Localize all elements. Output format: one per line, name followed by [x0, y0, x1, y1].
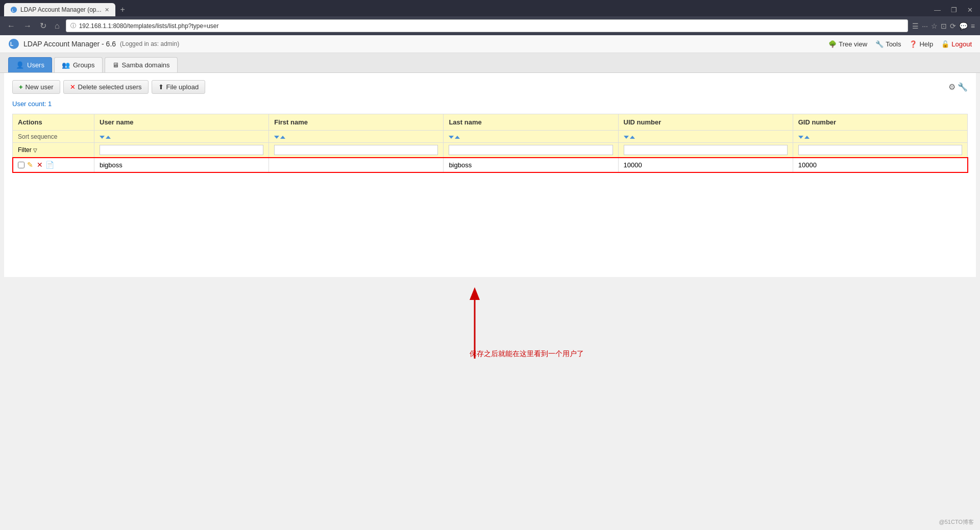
tab-samba[interactable]: 🖥 Samba domains	[105, 57, 178, 72]
row-gid: 10000	[793, 158, 967, 172]
edit-icon[interactable]: ✎	[26, 161, 34, 169]
delete-users-button[interactable]: ✕ Delete selected users	[63, 80, 149, 94]
app-nav: 🌳 Tree view 🔧 Tools ❓ Help 🔓 Logout	[828, 40, 972, 48]
sort-up-lastname[interactable]	[455, 136, 460, 139]
sort-up-username[interactable]	[106, 136, 111, 139]
chat-icon[interactable]: 💬	[959, 22, 968, 30]
filter-lastname-cell	[444, 143, 618, 158]
sort-row: Sort sequence	[13, 131, 968, 143]
maximize-button[interactable]: ❐	[948, 5, 960, 15]
sort-firstname[interactable]	[269, 131, 444, 143]
col-firstname: First name	[269, 114, 444, 131]
pdf-icon[interactable]: 📄	[45, 161, 54, 169]
reader-mode-icon[interactable]: ☰	[912, 22, 919, 30]
col-lastname: Last name	[444, 114, 618, 131]
table-row[interactable]: ✎ ✕ 📄 bigboss bigboss 10000 10000	[13, 158, 968, 172]
tab-close-button[interactable]: ✕	[105, 7, 109, 13]
row-uid: 10000	[618, 158, 793, 172]
sort-up-uid[interactable]	[630, 136, 635, 139]
sort-up-gid[interactable]	[804, 136, 810, 139]
col-gid: GID number	[793, 114, 967, 131]
filter-firstname-input[interactable]	[274, 145, 438, 155]
new-user-icon: +	[19, 83, 23, 91]
browser-tab[interactable]: L LDAP Account Manager (op... ✕	[4, 3, 115, 16]
settings-icon[interactable]: ⚙	[948, 82, 955, 92]
address-bar[interactable]: ⓘ 192.168.1.1:8080/templates/lists/list.…	[66, 19, 908, 32]
sidebar-icon[interactable]: ⊡	[941, 22, 947, 30]
logged-in-label: (Logged in as: admin)	[120, 40, 179, 47]
minimize-button[interactable]: —	[931, 5, 944, 15]
tools-icon: 🔧	[875, 40, 884, 48]
more-options-icon[interactable]: ···	[922, 22, 928, 30]
samba-tab-icon: 🖥	[112, 61, 119, 69]
sort-down-gid[interactable]	[798, 136, 803, 139]
tools-link[interactable]: 🔧 Tools	[875, 40, 901, 48]
filter-firstname-cell	[269, 143, 444, 158]
new-user-button[interactable]: + New user	[12, 80, 60, 94]
tab-users[interactable]: 👤 Users	[8, 57, 52, 72]
sort-username[interactable]	[94, 131, 269, 143]
browser-actions: ☰ ··· ☆ ⊡ ⟳ 💬 ≡	[912, 22, 975, 30]
tab-navigation: 👤 Users 👥 Groups 🖥 Samba domains	[0, 53, 980, 73]
sort-lastname[interactable]	[444, 131, 618, 143]
app-logo-icon: L	[8, 38, 19, 49]
row-actions: ✎ ✕ 📄	[18, 161, 89, 169]
url-text: 192.168.1.1:8080/templates/lists/list.ph…	[79, 22, 219, 30]
sort-down-firstname[interactable]	[274, 136, 279, 139]
sort-up-firstname[interactable]	[280, 136, 285, 139]
col-username: User name	[94, 114, 269, 131]
col-actions: Actions	[13, 114, 94, 131]
row-actions-cell: ✎ ✕ 📄	[13, 158, 94, 172]
delete-row-icon[interactable]: ✕	[36, 161, 44, 169]
filter-lastname-input[interactable]	[449, 145, 612, 155]
sort-uid[interactable]	[618, 131, 793, 143]
main-content: + New user ✕ Delete selected users ⬆ Fil…	[4, 73, 976, 277]
app-header: L LDAP Account Manager - 6.6 (Logged in …	[0, 35, 980, 53]
file-upload-button[interactable]: ⬆ File upload	[152, 80, 206, 94]
row-firstname	[269, 158, 444, 172]
annotation-area: 保存之后就能在这里看到一个用户了	[0, 277, 980, 389]
tree-view-link[interactable]: 🌳 Tree view	[828, 40, 867, 48]
filter-uid-input[interactable]	[624, 145, 788, 155]
watermark: @51CTO博客	[939, 518, 974, 526]
browser-toolbar: ← → ↻ ⌂ ⓘ 192.168.1.1:8080/templates/lis…	[0, 16, 980, 35]
new-tab-button[interactable]: +	[120, 5, 125, 14]
col-uid: UID number	[618, 114, 793, 131]
filter-username-cell	[94, 143, 269, 158]
home-button[interactable]: ⌂	[53, 20, 62, 32]
sort-down-lastname[interactable]	[449, 136, 454, 139]
sort-down-username[interactable]	[100, 136, 105, 139]
table-header-row: Actions User name First name Last name U…	[13, 114, 968, 131]
filter-row: Filter ▽	[13, 143, 968, 158]
sync-icon[interactable]: ⟳	[950, 22, 956, 30]
tree-view-icon: 🌳	[828, 40, 837, 48]
row-checkbox[interactable]	[18, 162, 24, 168]
reload-button[interactable]: ↻	[38, 20, 48, 32]
logout-icon: 🔓	[941, 40, 949, 48]
filter-icon: ▽	[33, 147, 37, 153]
tab-favicon: L	[10, 6, 17, 13]
help-link[interactable]: ❓ Help	[909, 40, 933, 48]
close-button[interactable]: ✕	[964, 5, 976, 15]
row-username: bigboss	[94, 158, 269, 172]
tab-groups[interactable]: 👥 Groups	[54, 57, 103, 72]
filter-gid-input[interactable]	[798, 145, 962, 155]
users-table: Actions User name First name Last name U…	[12, 114, 968, 172]
back-button[interactable]: ←	[5, 20, 17, 32]
svg-text:L: L	[10, 41, 13, 47]
svg-text:L: L	[12, 8, 15, 13]
forward-button[interactable]: →	[21, 20, 34, 32]
annotation-text: 保存之后就能在这里看到一个用户了	[470, 349, 584, 359]
delete-icon: ✕	[70, 83, 76, 91]
filter-username-input[interactable]	[100, 145, 263, 155]
help-icon: ❓	[909, 40, 917, 48]
user-count: User count: 1	[12, 100, 968, 108]
sort-label: Sort sequence	[13, 131, 94, 143]
filter-uid-cell	[618, 143, 793, 158]
wrench-icon[interactable]: 🔧	[958, 82, 968, 92]
bookmark-icon[interactable]: ☆	[931, 22, 938, 30]
logout-link[interactable]: 🔓 Logout	[941, 40, 972, 48]
sort-down-uid[interactable]	[624, 136, 629, 139]
menu-icon[interactable]: ≡	[971, 22, 975, 30]
sort-gid[interactable]	[793, 131, 967, 143]
